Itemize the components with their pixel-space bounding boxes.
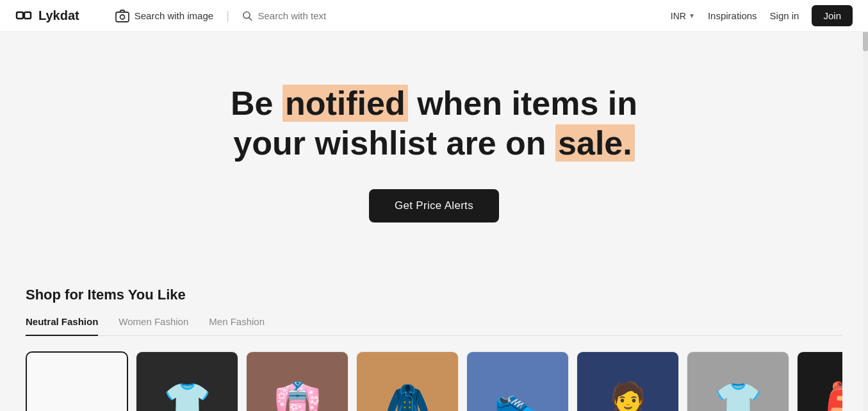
signin-link[interactable]: Sign in (770, 10, 799, 21)
search-image-button[interactable]: Search with image (105, 5, 224, 27)
inspirations-link[interactable]: Inspirations (708, 10, 757, 21)
product-grid: 👕 👘 🧥 👟 🤵 👕 🎒 (26, 351, 842, 411)
currency-selector[interactable]: INR ▼ (671, 11, 695, 21)
product-card[interactable]: 👘 (246, 351, 348, 411)
shop-section: Shop for Items You Like Neutral Fashion … (0, 261, 868, 411)
logo-icon (15, 7, 33, 25)
product-card[interactable] (26, 351, 128, 411)
search-text-input[interactable] (258, 10, 453, 21)
product-image: 👕 (687, 352, 789, 411)
logo-link[interactable]: Lykdat (15, 7, 79, 25)
hero-section: Be notified when items in your wishlist … (0, 32, 868, 261)
logo-text: Lykdat (38, 8, 79, 23)
currency-label: INR (671, 11, 686, 21)
search-divider: | (226, 9, 229, 22)
product-card[interactable]: 👟 (466, 351, 569, 411)
tab-women-fashion[interactable]: Women Fashion (119, 316, 188, 336)
product-card[interactable]: 👕 (687, 351, 789, 411)
product-image (27, 353, 127, 411)
camera-icon (115, 9, 129, 23)
svg-line-6 (249, 17, 251, 20)
product-image: 👕 (136, 352, 238, 411)
svg-point-4 (120, 15, 124, 19)
product-card[interactable]: 👕 (136, 351, 238, 411)
category-tabs: Neutral Fashion Women Fashion Men Fashio… (26, 316, 842, 336)
product-card[interactable]: 🤵 (577, 351, 679, 411)
highlight-sale: sale. (555, 124, 635, 162)
svg-rect-3 (116, 12, 129, 22)
chevron-down-icon: ▼ (689, 12, 695, 19)
search-image-label: Search with image (135, 10, 213, 21)
product-image: 🎒 (798, 352, 842, 411)
tab-men-fashion[interactable]: Men Fashion (209, 316, 265, 336)
search-icon (242, 10, 253, 22)
product-image: 👘 (247, 352, 348, 411)
highlight-notified: notified (283, 85, 408, 122)
product-card[interactable]: 🎒 (797, 351, 842, 411)
product-image: 🧥 (357, 352, 458, 411)
hero-heading: Be notified when items in your wishlist … (231, 83, 637, 164)
main-header: Lykdat Search with image | INR ▼ Inspira… (0, 0, 868, 32)
shop-section-title: Shop for Items You Like (26, 287, 842, 303)
join-button[interactable]: Join (812, 5, 853, 26)
scrollbar-track (863, 0, 868, 411)
svg-rect-1 (24, 12, 31, 19)
get-price-alerts-button[interactable]: Get Price Alerts (369, 189, 499, 222)
search-text-area (232, 6, 464, 26)
product-card[interactable]: 🧥 (356, 351, 459, 411)
svg-rect-0 (17, 12, 23, 19)
product-image: 🤵 (577, 352, 678, 411)
tab-neutral-fashion[interactable]: Neutral Fashion (26, 316, 98, 336)
product-image: 👟 (467, 352, 568, 411)
header-right: INR ▼ Inspirations Sign in Join (671, 5, 853, 26)
search-area: Search with image | (105, 5, 464, 27)
